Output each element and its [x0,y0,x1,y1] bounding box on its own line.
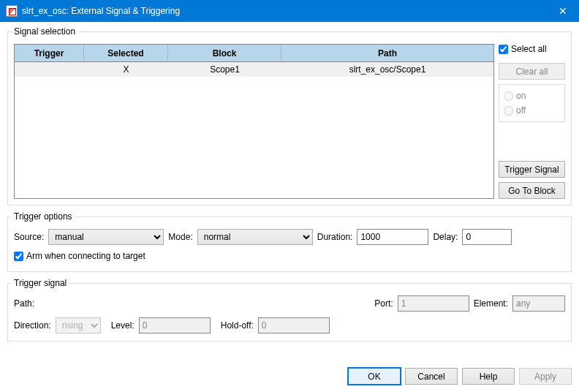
holdoff-input[interactable] [258,317,330,333]
col-header-trigger[interactable]: Trigger [15,45,84,61]
clear-all-button[interactable]: Clear all [499,63,565,80]
duration-label: Duration: [317,232,353,242]
delay-input[interactable] [462,229,512,245]
off-radio[interactable] [504,106,513,116]
side-panel: Select all Clear all on off Trigger Sign… [499,44,565,199]
level-label: Level: [111,320,135,331]
on-row: on [504,91,560,101]
path-label: Path: [14,298,36,309]
trigger-options-row1: Source: manual Mode: normal Duration: De… [14,229,565,245]
col-header-block[interactable]: Block [168,45,281,61]
table-header: Trigger Selected Block Path [15,45,493,62]
title-bar: slrt_ex_osc: External Signal & Triggerin… [0,0,579,22]
trigger-signal-group: Trigger signal Path: Port: Element: Dire… [7,278,572,342]
signal-selection-group: Signal selection Trigger Selected Block … [7,26,572,206]
apply-button[interactable]: Apply [519,368,572,385]
spacer [499,127,565,157]
mode-label: Mode: [168,232,192,242]
window-title: slrt_ex_osc: External Signal & Triggerin… [22,6,546,16]
holdoff-label: Hold-off: [221,320,254,331]
select-all-checkbox[interactable] [499,45,508,54]
duration-input[interactable] [357,229,428,245]
trigger-signal-legend: Trigger signal [11,278,69,288]
source-label: Source: [14,232,44,242]
level-input[interactable] [139,317,211,333]
trigger-signal-button[interactable]: Trigger Signal [499,161,565,178]
table-row[interactable]: X Scope1 slrt_ex_osc/Scope1 [15,62,493,77]
direction-label: Direction: [14,320,51,331]
ok-button[interactable]: OK [348,368,401,385]
mode-select[interactable]: normal [197,229,313,245]
element-input[interactable] [512,295,565,312]
help-button[interactable]: Help [462,368,515,385]
bottom-buttons: OK Cancel Help Apply [7,365,572,385]
cell-selected: X [84,62,168,77]
cell-trigger [15,62,84,77]
cell-block: Scope1 [168,62,281,77]
on-off-group: on off [499,84,565,122]
arm-label: Arm when connecting to target [26,251,145,261]
on-label: on [516,91,526,101]
port-input[interactable] [398,295,469,312]
trigger-options-group: Trigger options Source: manual Mode: nor… [7,211,572,272]
cell-path: slrt_ex_osc/Scope1 [281,62,493,77]
delay-label: Delay: [433,232,458,242]
direction-select[interactable]: rising [56,317,101,333]
arm-checkbox[interactable] [14,252,23,261]
signal-selection-legend: Signal selection [11,26,78,37]
source-select[interactable]: manual [48,229,164,245]
close-icon[interactable]: ✕ [546,0,579,22]
signal-table[interactable]: Trigger Selected Block Path X Scope1 slr… [14,44,494,199]
trigger-signal-row2: Direction: rising Level: Hold-off: [14,317,565,333]
on-radio[interactable] [504,91,513,101]
signal-selection-body: Trigger Selected Block Path X Scope1 slr… [14,44,565,199]
col-header-selected[interactable]: Selected [84,45,168,61]
off-row: off [504,105,560,116]
port-label: Port: [374,298,393,309]
trigger-options-legend: Trigger options [11,211,75,222]
select-all-row[interactable]: Select all [499,44,565,54]
off-label: off [516,105,526,116]
element-label: Element: [474,298,508,309]
cancel-button[interactable]: Cancel [405,368,458,385]
content-area: Signal selection Trigger Selected Block … [0,22,579,392]
select-all-label: Select all [511,44,547,54]
trigger-signal-row1: Path: Port: Element: [14,295,565,312]
app-icon [6,5,18,17]
goto-block-button[interactable]: Go To Block [499,182,565,199]
arm-row[interactable]: Arm when connecting to target [14,251,565,261]
col-header-path[interactable]: Path [281,45,493,61]
